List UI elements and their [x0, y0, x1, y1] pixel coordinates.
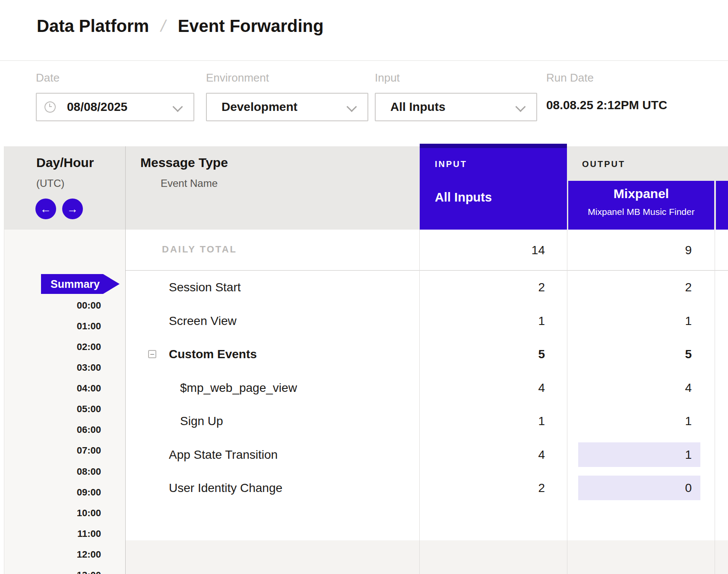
hour-row-06[interactable]: 06:00 — [39, 423, 101, 436]
output-count: 1 — [579, 304, 692, 338]
arrow-right-icon: → — [67, 202, 78, 216]
input-count: 2 — [432, 471, 545, 505]
hour-row-11[interactable]: 11:00 — [39, 527, 101, 540]
output-count: 5 — [579, 337, 692, 371]
event-name-column-subtitle: Event Name — [161, 177, 218, 189]
table-row-sign-up: Sign Up 1 1 — [125, 404, 728, 438]
input-count: 4 — [432, 371, 545, 405]
hour-row-13[interactable]: 13:00 — [39, 569, 101, 574]
event-name: Custom Events — [169, 337, 257, 371]
input-filter: Input All Inputs — [375, 61, 539, 146]
hour-row-07[interactable]: 07:00 — [39, 444, 101, 457]
clock-icon — [44, 101, 56, 113]
column-divider-message-input — [419, 230, 420, 574]
day-hour-column-title: Day/Hour — [36, 155, 94, 170]
output-section-label: OUTPUT — [582, 159, 625, 169]
event-name: App State Transition — [169, 438, 278, 472]
input-dropdown-value: All Inputs — [390, 100, 446, 114]
output-count: 4 — [579, 371, 692, 405]
event-name: Session Start — [169, 271, 241, 304]
hour-row-03[interactable]: 03:00 — [39, 361, 101, 374]
date-dropdown[interactable]: 08/08/2025 — [36, 93, 194, 121]
collapse-toggle[interactable]: − — [148, 350, 156, 358]
input-count: 1 — [432, 304, 545, 338]
hour-row-02[interactable]: 02:00 — [39, 341, 101, 353]
filter-bar: Date 08/08/2025 Environment Development … — [0, 61, 728, 146]
input-column-name: All Inputs — [435, 190, 492, 205]
arrow-left-icon: ← — [40, 202, 51, 216]
table-header: Day/Hour (UTC) ← → Message Type Event Na… — [4, 146, 728, 230]
hour-row-04[interactable]: 04:00 — [39, 382, 101, 395]
input-count: 5 — [432, 337, 545, 371]
run-date-label: Run Date — [546, 71, 594, 85]
output-column-name: Mixpanel — [568, 186, 714, 201]
event-name: User Identity Change — [169, 471, 282, 505]
output-count-highlighted: 1 — [578, 442, 700, 467]
table-row-screen-view: Screen View 1 1 — [125, 304, 728, 338]
table-row-session-start: Session Start 2 2 — [125, 271, 728, 304]
sidebar-divider-line — [125, 146, 126, 574]
chevron-down-icon — [346, 101, 357, 112]
output-column-header-next-partial[interactable] — [716, 181, 728, 230]
input-count: 1 — [432, 404, 545, 438]
hour-row-05[interactable]: 05:00 — [39, 403, 101, 416]
output-column-header-mixpanel[interactable]: Mixpanel Mixpanel MB Music Finder — [568, 181, 714, 230]
output-count: 1 — [579, 404, 692, 438]
hour-row-00[interactable]: 00:00 — [39, 299, 101, 312]
event-name: Sign Up — [180, 404, 223, 438]
environment-filter-label: Environment — [206, 71, 269, 85]
chevron-down-icon — [515, 101, 525, 112]
chevron-down-icon — [172, 101, 183, 112]
column-divider-output-next — [715, 230, 715, 574]
event-name: Screen View — [169, 304, 237, 338]
hour-row-09[interactable]: 09:00 — [39, 486, 101, 499]
hour-row-10[interactable]: 10:00 — [39, 507, 101, 520]
next-day-button[interactable]: → — [62, 199, 83, 219]
breadcrumb-section-link[interactable]: Data Platform — [37, 16, 149, 36]
daily-total-output-value: 9 — [579, 230, 692, 271]
event-forwarding-screen: Data Platform / Event Forwarding Date 08… — [0, 0, 728, 574]
daily-total-input-value: 14 — [432, 230, 545, 271]
output-count-highlighted: 0 — [578, 476, 700, 500]
daily-total-row: DAILY TOTAL 14 9 — [125, 230, 728, 271]
input-section-label: INPUT — [435, 159, 467, 169]
input-filter-label: Input — [375, 71, 400, 85]
column-divider-input-output — [567, 230, 567, 574]
breadcrumb-separator-icon: / — [159, 17, 168, 35]
day-hour-sidebar: Summary 00:00 01:00 02:00 03:00 04:00 05… — [4, 230, 125, 574]
output-count: 2 — [579, 271, 692, 304]
table-footer-band — [125, 540, 728, 574]
previous-day-button[interactable]: ← — [35, 199, 56, 219]
top-bar: Data Platform / Event Forwarding — [0, 0, 728, 61]
date-filter: Date 08/08/2025 — [36, 61, 200, 146]
input-column-header[interactable]: INPUT All Inputs — [420, 144, 567, 230]
breadcrumb: Data Platform / Event Forwarding — [37, 9, 323, 43]
hour-row-01[interactable]: 01:00 — [39, 320, 101, 333]
environment-dropdown[interactable]: Development — [206, 93, 368, 121]
event-name: $mp_web_page_view — [180, 371, 297, 405]
summary-row-selector[interactable]: Summary — [41, 274, 120, 294]
day-hour-column-subtitle: (UTC) — [36, 177, 64, 189]
run-date-group: Run Date 08.08.25 2:12PM UTC — [546, 61, 728, 146]
input-count: 2 — [432, 271, 545, 304]
environment-dropdown-value: Development — [222, 100, 298, 114]
input-column-selected-strip — [420, 144, 567, 148]
table-row-custom-events: − Custom Events 5 5 — [125, 337, 728, 371]
minus-icon: − — [150, 350, 155, 358]
message-type-column-title: Message Type — [140, 155, 228, 170]
output-column-subtitle: Mixpanel MB Music Finder — [568, 207, 714, 217]
hour-row-12[interactable]: 12:00 — [39, 548, 101, 561]
daily-total-label: DAILY TOTAL — [162, 244, 237, 255]
input-count: 4 — [432, 438, 545, 472]
input-dropdown[interactable]: All Inputs — [375, 93, 537, 121]
run-date-value: 08.08.25 2:12PM UTC — [546, 98, 667, 112]
table-row-app-state-transition: App State Transition 4 1 — [125, 438, 728, 472]
page-title: Event Forwarding — [178, 16, 324, 36]
date-dropdown-value: 08/08/2025 — [67, 100, 127, 114]
date-filter-label: Date — [36, 71, 60, 85]
table-row-user-identity-change: User Identity Change 2 0 — [125, 471, 728, 505]
table-row-mp-web-page-view: $mp_web_page_view 4 4 — [125, 371, 728, 405]
hour-row-08[interactable]: 08:00 — [39, 465, 101, 478]
environment-filter: Environment Development — [206, 61, 370, 146]
